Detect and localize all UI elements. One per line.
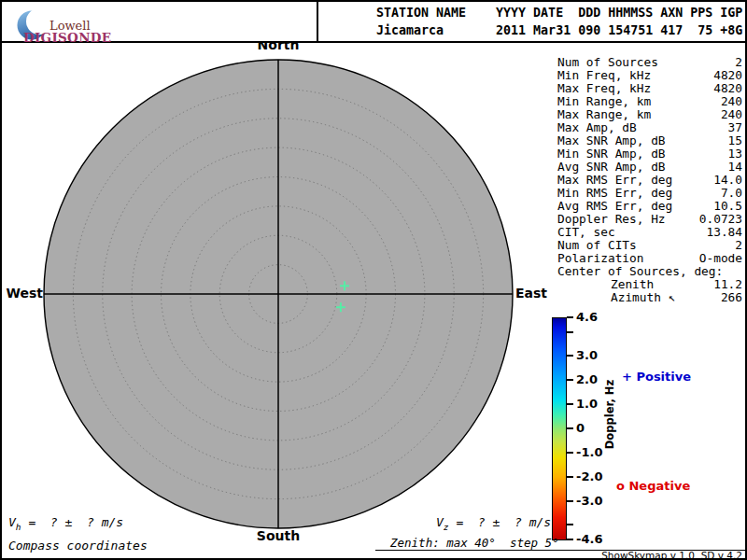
stat-row: Doppler Res, Hz0.0723: [557, 213, 742, 226]
stat-value: 2: [735, 239, 742, 252]
stat-row: Azimuth ↖266: [557, 291, 742, 304]
legend-negative: o Negative: [616, 479, 690, 493]
station-header-values: Jicamarca 2011 Mar31 090 154751 417 75 +…: [376, 23, 742, 37]
stat-label: Polarization: [557, 252, 643, 265]
stat-label: Avg RMS Err, deg: [557, 200, 672, 213]
stat-label: Min Freq, kHz: [557, 69, 651, 82]
colorbar-tick-label: 4.6: [576, 311, 598, 324]
colorbar-tick-label: -1.0: [576, 446, 602, 459]
station-header-columns: STATION NAME YYYY DATE DDD HHMMSS AXN PP…: [376, 6, 742, 20]
stat-row: Min Range, km240: [557, 95, 742, 108]
colorbar-tick-label: -2.0: [576, 470, 602, 483]
colorbar-tick: [567, 500, 573, 502]
stat-row: Max Freq, kHz4820: [557, 82, 742, 95]
stat-value: 14: [728, 161, 742, 174]
legend-positive: + Positive: [622, 370, 691, 384]
colorbar-tick: [567, 331, 573, 333]
stat-value: 266: [721, 291, 742, 304]
stat-row: Max Range, km240: [557, 108, 742, 121]
compass-label-west: West: [5, 286, 43, 301]
stat-value: 240: [721, 95, 742, 108]
stat-label: Max Freq, kHz: [557, 82, 651, 95]
colorbar-tick: [567, 452, 573, 454]
colorbar-tick: [567, 403, 573, 405]
stat-value: 4820: [713, 82, 742, 95]
showskymap-window: North South West East Lowell DIGISONDE S…: [0, 0, 747, 560]
colorbar-tick-label: 2.0: [576, 373, 598, 386]
stat-row: Zenith11.2: [557, 278, 742, 291]
compass-label-south: South: [250, 528, 306, 543]
stat-row: Min SNR Amp, dB13: [557, 147, 742, 161]
colorbar-tick-label: 0: [576, 422, 585, 435]
stat-row: Max Amp, dB37: [557, 121, 742, 134]
colorbar-tick-label: -4.6: [576, 533, 602, 546]
stat-label: Min RMS Err, deg: [557, 187, 672, 200]
stat-value: 13.84: [706, 226, 742, 239]
stat-row: Num of Sources2: [557, 56, 742, 69]
stat-value: 7.0: [721, 187, 742, 200]
compass-label-east: East: [515, 286, 562, 301]
stat-label: Max RMS Err, deg: [557, 174, 672, 187]
stat-value: 0.0723: [699, 213, 742, 226]
stat-label: Azimuth ↖: [611, 291, 675, 304]
stat-row: Max SNR Amp, dB15: [557, 134, 742, 147]
colorbar-tick: [567, 427, 573, 429]
stat-row: PolarizationO-mode: [557, 252, 742, 265]
colorbar-tick: [567, 355, 573, 357]
stat-value: 11.2: [713, 278, 742, 291]
colorbar-tick-label: 3.0: [576, 349, 598, 362]
lowell-digisonde-logo: Lowell DIGISONDE: [6, 2, 127, 41]
vh-readout: Vh = ? ± ? m/s: [8, 515, 123, 532]
stat-value: O-mode: [699, 252, 742, 265]
stat-row: Max RMS Err, deg14.0: [557, 174, 742, 187]
header-bar: Lowell DIGISONDE STATION NAME YYYY DATE …: [0, 0, 747, 43]
stat-row: Min RMS Err, deg7.0: [557, 187, 742, 200]
colorbar-tick: [567, 476, 573, 478]
stat-row: Avg SNR Amp, dB14: [557, 161, 742, 174]
stat-label: Max Amp, dB: [557, 121, 637, 134]
stats-panel: Num of Sources2Min Freq, kHz4820Max Freq…: [557, 56, 742, 304]
version-label: ShowSkymap v 1.0 SD v 4.2: [601, 550, 742, 560]
colorbar-tick-label: 1.0: [576, 398, 598, 411]
stat-label: Center of Sources, deg:: [557, 265, 723, 278]
stat-label: CIT, sec: [557, 226, 615, 239]
coordinate-system-note: Compass coordinates: [8, 539, 148, 553]
header-divider: [317, 0, 318, 41]
colorbar-axis-label: Doppler, Hz: [603, 376, 616, 453]
stat-label: Zenith: [611, 278, 654, 291]
stat-label: Avg SNR Amp, dB: [557, 161, 666, 174]
stat-label: Min SNR Amp, dB: [557, 147, 666, 161]
stat-row: Min Freq, kHz4820: [557, 69, 742, 82]
stat-label: Num of Sources: [557, 56, 658, 69]
logo-text-digisonde: DIGISONDE: [23, 30, 111, 45]
stat-value: 240: [721, 108, 742, 121]
colorbar-tick: [567, 316, 573, 318]
stat-label: Max SNR Amp, dB: [557, 134, 666, 147]
vz-readout: Vz = ? ± ? m/s: [436, 515, 551, 532]
stat-value: 37: [728, 121, 742, 134]
stat-row: Num of CITs2: [557, 239, 742, 252]
stat-label: Num of CITs: [557, 239, 637, 252]
zenith-scale-note: Zenith: max 40° step 5°: [390, 536, 559, 550]
stat-value: 14.0: [713, 174, 742, 187]
stat-label: Max Range, km: [557, 108, 651, 121]
stat-value: 15: [728, 134, 742, 147]
colorbar-tick: [567, 379, 573, 381]
colorbar-tick-label: -3.0: [576, 495, 602, 508]
stat-value: 2: [735, 56, 742, 69]
stat-row: Avg RMS Err, deg10.5: [557, 200, 742, 213]
stat-value: 4820: [713, 69, 742, 82]
stat-row: Center of Sources, deg:: [557, 265, 742, 278]
stat-row: CIT, sec13.84: [557, 226, 742, 239]
colorbar-tick: [567, 524, 573, 525]
stat-label: Doppler Res, Hz: [557, 213, 666, 226]
colorbar-tick: [567, 539, 573, 540]
stat-label: Min Range, km: [557, 95, 651, 108]
stat-value: 13: [728, 147, 742, 161]
stat-value: 10.5: [713, 200, 742, 213]
